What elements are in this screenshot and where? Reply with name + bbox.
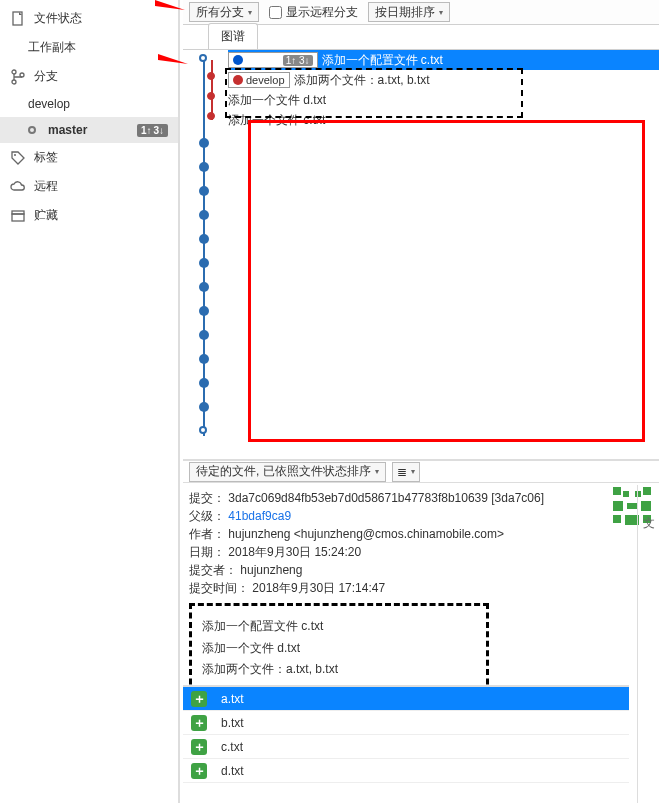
- ahead-behind-badge: 1↑3↓: [137, 124, 168, 137]
- branch-tag-master: master 1↑ 3↓: [228, 52, 318, 68]
- commit-row[interactable]: 添加一个文件 c.txt: [228, 110, 659, 130]
- branch-dot-icon: [233, 55, 243, 65]
- branch-icon: [10, 69, 26, 85]
- svg-rect-5: [12, 214, 24, 221]
- svg-rect-10: [623, 491, 629, 497]
- parent-commit-link[interactable]: 41bdaf9ca9: [228, 509, 291, 523]
- chevron-down-icon: ▾: [439, 8, 443, 17]
- file-row[interactable]: ＋ c.txt: [183, 735, 629, 759]
- commit-date: 2018年9月30日 15:24:20: [228, 545, 361, 559]
- svg-rect-15: [613, 515, 621, 523]
- added-file-icon: ＋: [191, 739, 207, 755]
- changed-files-list[interactable]: ＋ a.txt ＋ b.txt ＋ c.txt ＋ d.txt: [183, 685, 629, 803]
- commit-graph[interactable]: master 1↑ 3↓ 添加一个配置文件 c.txt develop 添加两个…: [183, 50, 659, 450]
- show-remote-label: 显示远程分支: [286, 4, 358, 21]
- sort-label: 按日期排序: [375, 4, 435, 21]
- current-branch-icon: [28, 126, 36, 134]
- list-icon: ≣: [397, 465, 407, 479]
- chevron-down-icon: ▾: [411, 467, 415, 476]
- sidebar-branch-master[interactable]: master 1↑3↓: [0, 117, 178, 143]
- file-name: a.txt: [221, 692, 244, 706]
- sidebar-branches[interactable]: 分支: [0, 62, 178, 91]
- file-name: d.txt: [221, 764, 244, 778]
- added-file-icon: ＋: [191, 715, 207, 731]
- branch-dot-icon: [233, 75, 243, 85]
- commit-row[interactable]: master 1↑ 3↓ 添加一个配置文件 c.txt: [228, 50, 659, 70]
- commit-row[interactable]: develop 添加两个文件：a.txt, b.txt: [228, 70, 659, 90]
- svg-point-1: [12, 70, 16, 74]
- svg-rect-14: [627, 503, 637, 509]
- stash-icon: [10, 208, 26, 224]
- commit-details: 提交： 3da7c069d84fb53eb7d0d58671b47783f8b1…: [183, 485, 629, 698]
- svg-rect-12: [613, 501, 623, 511]
- show-remote-checkbox-wrap[interactable]: 显示远程分支: [269, 4, 358, 21]
- commit-hash: 3da7c069d84fb53eb7d0d58671b47783f8b10639…: [228, 491, 544, 505]
- sidebar-file-status[interactable]: 文件状态: [0, 4, 178, 33]
- added-file-icon: ＋: [191, 691, 207, 707]
- commit-message: 添加一个配置文件 c.txt: [322, 52, 443, 69]
- sidebar-stashes[interactable]: 贮藏: [0, 201, 178, 230]
- commit-message: 添加两个文件：a.txt, b.txt: [294, 72, 430, 89]
- pending-files-dropdown[interactable]: 待定的文件, 已依照文件状态排序 ▾: [189, 462, 386, 482]
- sidebar-branch-develop[interactable]: develop: [0, 91, 178, 117]
- tag-icon: [10, 150, 26, 166]
- branch-filter-dropdown[interactable]: 所有分支 ▾: [189, 2, 259, 22]
- file-row[interactable]: ＋ b.txt: [183, 711, 629, 735]
- file-name: b.txt: [221, 716, 244, 730]
- branch-tag-develop: develop: [228, 72, 290, 88]
- sidebar-tags[interactable]: 标签: [0, 143, 178, 172]
- show-remote-checkbox[interactable]: [269, 6, 282, 19]
- commit-time: 2018年9月30日 17:14:47: [252, 581, 385, 595]
- commit-message: 添加一个文件 c.txt: [228, 112, 325, 129]
- added-file-icon: ＋: [191, 763, 207, 779]
- file-name: c.txt: [221, 740, 243, 754]
- file-row[interactable]: ＋ a.txt: [183, 687, 629, 711]
- sidebar-remotes[interactable]: 远程: [0, 172, 178, 201]
- file-row[interactable]: ＋ d.txt: [183, 759, 629, 783]
- svg-point-2: [12, 80, 16, 84]
- commit-message: 添加一个文件 d.txt: [228, 92, 326, 109]
- rail-char[interactable]: 文: [643, 515, 655, 532]
- sort-dropdown[interactable]: 按日期排序 ▾: [368, 2, 450, 22]
- branch-filter-label: 所有分支: [196, 4, 244, 21]
- tab-graph[interactable]: 图谱: [208, 23, 258, 49]
- right-rail: 文: [637, 485, 659, 803]
- chevron-down-icon: ▾: [375, 467, 379, 476]
- chevron-down-icon: ▾: [248, 8, 252, 17]
- commit-row[interactable]: 添加一个文件 d.txt: [228, 90, 659, 110]
- svg-rect-8: [613, 487, 621, 495]
- graph-gutter: [183, 50, 223, 450]
- svg-point-4: [14, 154, 16, 156]
- commit-committer: hujunzheng: [240, 563, 302, 577]
- sidebar-working-copy[interactable]: 工作副本: [0, 33, 178, 62]
- cloud-icon: [10, 179, 26, 195]
- document-icon: [10, 11, 26, 27]
- commit-author: hujunzheng <hujunzheng@cmos.chinamobile.…: [228, 527, 504, 541]
- commit-message-box: 添加一个配置文件 c.txt 添加一个文件 d.txt 添加两个文件：a.txt…: [189, 603, 489, 694]
- view-mode-dropdown[interactable]: ≣ ▾: [392, 462, 420, 482]
- svg-rect-6: [12, 211, 24, 214]
